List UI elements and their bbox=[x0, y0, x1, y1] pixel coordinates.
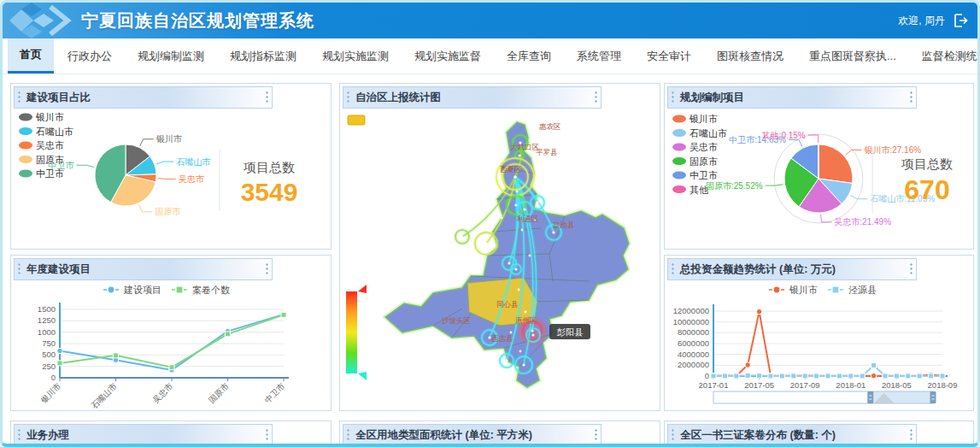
legend-swatch[interactable] bbox=[672, 172, 686, 179]
legend-swatch[interactable] bbox=[672, 129, 686, 137]
legend-marker[interactable] bbox=[109, 287, 114, 293]
map-district-label[interactable]: 惠农区 bbox=[538, 122, 561, 131]
panel-header[interactable]: 建设项目占比 bbox=[14, 86, 273, 109]
panel-header[interactable]: 全区用地类型面积统计 (单位: 平方米) bbox=[343, 424, 601, 446]
datazoom-track[interactable] bbox=[713, 391, 871, 403]
map-district-label[interactable]: 沙坡头区 bbox=[442, 316, 471, 325]
panel-header[interactable]: 总投资金额趋势统计 (单位: 万元) bbox=[667, 258, 917, 280]
legend-swatch[interactable] bbox=[19, 142, 32, 150]
heat-max-handle[interactable] bbox=[358, 285, 367, 293]
legend-label[interactable]: 泾源县 bbox=[848, 285, 877, 295]
pie-slice-银川市[interactable] bbox=[819, 144, 853, 183]
logout-icon[interactable] bbox=[952, 12, 969, 29]
panel-header[interactable]: 规划编制项目 bbox=[667, 86, 917, 109]
nav-tab-9[interactable]: 安全审计 bbox=[635, 38, 703, 74]
data-point[interactable] bbox=[734, 373, 739, 379]
legend-label[interactable]: 中卫市 bbox=[690, 170, 718, 180]
legend-swatch[interactable] bbox=[672, 185, 686, 193]
map-marker-dot bbox=[518, 154, 520, 156]
nav-tab-6[interactable]: 规划实施监督 bbox=[402, 38, 493, 74]
nav-tab-4[interactable]: 规划指标监测 bbox=[218, 38, 308, 74]
legend-label[interactable]: 案卷个数 bbox=[192, 285, 230, 295]
region-map[interactable]: 惠农区大武口区平罗县西夏区利通区盐池县同心县原州区沙坡头区西吉县彭阳县 bbox=[341, 110, 659, 409]
legend-swatch[interactable] bbox=[672, 115, 686, 123]
panel-investment-line: 总投资金额趋势统计 (单位: 万元) 020000004000000600000… bbox=[664, 255, 974, 411]
nav-tab-8[interactable]: 系统管理 bbox=[565, 38, 633, 74]
nav-tab-10[interactable]: 图斑核查情况 bbox=[705, 38, 795, 74]
data-point[interactable] bbox=[917, 373, 922, 379]
data-point[interactable] bbox=[756, 309, 761, 314]
nav-tab-2[interactable]: 行政办公 bbox=[56, 38, 124, 74]
panel-header[interactable]: 业务办理 bbox=[14, 424, 273, 446]
data-point[interactable] bbox=[281, 312, 286, 317]
pie-label-leader bbox=[158, 179, 176, 179]
map-district-label[interactable]: 同心县 bbox=[496, 300, 519, 309]
nav-tab-5[interactable]: 规划实施监测 bbox=[310, 38, 401, 74]
nav-tab-3[interactable]: 规划编制监测 bbox=[126, 38, 216, 74]
map-legend-swatch[interactable] bbox=[348, 115, 365, 125]
map-district-label[interactable]: 大武口区 bbox=[510, 143, 539, 151]
legend-swatch[interactable] bbox=[19, 156, 32, 163]
legend-label[interactable]: 石嘴山市 bbox=[36, 126, 73, 137]
legend-swatch[interactable] bbox=[19, 170, 32, 178]
legend-swatch[interactable] bbox=[672, 144, 686, 151]
nav-tab-11[interactable]: 重点图斑督察执... bbox=[797, 38, 908, 74]
legend-marker[interactable] bbox=[774, 287, 780, 293]
data-point[interactable] bbox=[871, 362, 877, 368]
data-point[interactable] bbox=[57, 348, 62, 353]
legend-label[interactable]: 银川市 bbox=[789, 285, 818, 295]
map-district-label[interactable]: 利通区 bbox=[517, 215, 539, 223]
nav-tab-1[interactable]: 首页 bbox=[8, 38, 54, 74]
data-point[interactable] bbox=[745, 373, 750, 378]
datazoom-handle[interactable] bbox=[867, 391, 873, 403]
legend-swatch[interactable] bbox=[672, 157, 686, 165]
data-point[interactable] bbox=[860, 373, 865, 379]
data-point[interactable] bbox=[802, 373, 807, 379]
data-point[interactable] bbox=[940, 373, 945, 379]
data-point[interactable] bbox=[814, 373, 819, 379]
legend-label[interactable]: 银川市 bbox=[35, 112, 64, 122]
legend-marker[interactable] bbox=[833, 287, 839, 293]
data-point[interactable] bbox=[791, 373, 796, 379]
data-point[interactable] bbox=[169, 365, 174, 370]
data-point[interactable] bbox=[768, 373, 773, 379]
data-point[interactable] bbox=[836, 373, 842, 379]
datazoom-handle[interactable] bbox=[930, 391, 936, 403]
map-district-label[interactable]: 平罗县 bbox=[536, 148, 558, 156]
legend-marker[interactable] bbox=[177, 287, 183, 293]
panel-header[interactable]: 全区一书三证案卷分布 (数量: 个) bbox=[667, 424, 917, 446]
data-point[interactable] bbox=[825, 373, 830, 379]
data-point[interactable] bbox=[57, 361, 62, 366]
nav-tab-7[interactable]: 全库查询 bbox=[495, 38, 563, 74]
data-point[interactable] bbox=[883, 373, 888, 379]
legend-label[interactable]: 建设项目 bbox=[123, 285, 161, 295]
heat-min-handle[interactable] bbox=[358, 372, 367, 380]
data-point[interactable] bbox=[226, 332, 231, 337]
data-point[interactable] bbox=[894, 373, 899, 379]
data-point[interactable] bbox=[779, 373, 784, 379]
map-district-label[interactable]: 西夏区 bbox=[500, 165, 522, 174]
legend-label[interactable]: 吴忠市 bbox=[690, 142, 718, 152]
data-point[interactable] bbox=[906, 373, 911, 379]
legend-swatch[interactable] bbox=[19, 127, 32, 135]
legend-label[interactable]: 固原市 bbox=[690, 156, 718, 167]
legend-label[interactable]: 石嘴山市 bbox=[690, 128, 727, 138]
panel-header[interactable]: 年度建设项目 bbox=[14, 258, 273, 280]
data-point[interactable] bbox=[722, 373, 727, 379]
data-point[interactable] bbox=[745, 362, 750, 368]
data-point[interactable] bbox=[711, 373, 716, 379]
map-district-label[interactable]: 西吉县 bbox=[491, 334, 513, 343]
map-district-label[interactable]: 原州区 bbox=[515, 316, 537, 325]
data-point[interactable] bbox=[929, 373, 934, 379]
y-tick-label: 0 bbox=[705, 371, 709, 380]
legend-label[interactable]: 银川市 bbox=[689, 114, 718, 124]
panel-header[interactable]: 自治区上报统计图 bbox=[343, 86, 601, 109]
data-point[interactable] bbox=[114, 353, 119, 358]
legend-label[interactable]: 吴忠市 bbox=[36, 140, 64, 150]
data-point[interactable] bbox=[871, 373, 876, 378]
map-district-label[interactable]: 盐池县 bbox=[553, 221, 575, 229]
legend-swatch[interactable] bbox=[19, 114, 32, 121]
nav-tab-12[interactable]: 监督检测统计 bbox=[910, 38, 980, 74]
data-point[interactable] bbox=[757, 373, 762, 379]
data-point[interactable] bbox=[848, 373, 854, 379]
